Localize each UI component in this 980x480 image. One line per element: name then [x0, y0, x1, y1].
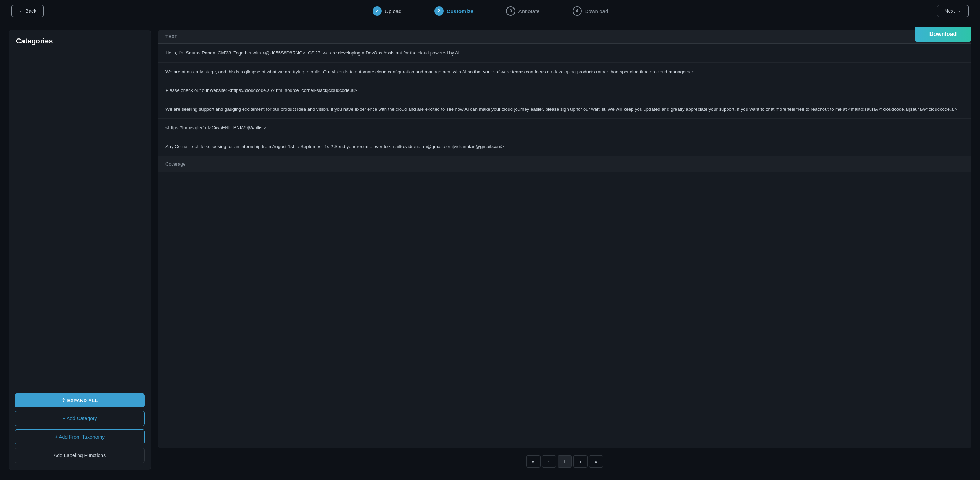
- categories-panel: Categories ⇕ EXPAND ALL + Add Category +…: [8, 30, 151, 470]
- table-row: We are seeking support and gauging excit…: [158, 100, 971, 119]
- download-button[interactable]: Download: [915, 27, 972, 41]
- step-download: 4 Download: [573, 6, 608, 16]
- table-header-text: TEXT: [158, 30, 971, 44]
- pagination-current-page[interactable]: 1: [558, 455, 572, 467]
- back-button[interactable]: ← Back: [11, 5, 44, 17]
- step-customize-label: Customize: [447, 8, 474, 14]
- pagination-next-button[interactable]: ›: [573, 455, 587, 467]
- step-divider-3: [546, 11, 567, 11]
- table-row: Please check out our website: <https://c…: [158, 81, 971, 100]
- add-category-button[interactable]: + Add Category: [14, 411, 145, 426]
- pagination-last-button[interactable]: »: [589, 455, 603, 467]
- pagination: « ‹ 1 › »: [158, 453, 972, 470]
- checkmark-icon: ✓: [375, 8, 379, 14]
- add-taxonomy-button[interactable]: + Add From Taxonomy: [14, 429, 145, 444]
- data-table: TEXT Hello, I'm Saurav Panda, CM'23. Tog…: [158, 30, 972, 448]
- table-row: Any Cornell tech folks looking for an in…: [158, 137, 971, 156]
- main-layout: Categories ⇕ EXPAND ALL + Add Category +…: [0, 22, 980, 477]
- step-annotate-label: Annotate: [518, 8, 539, 14]
- step-customize: 2 Customize: [434, 6, 474, 16]
- content-panel: Download TEXT Hello, I'm Saurav Panda, C…: [158, 30, 972, 470]
- step-download-circle: 4: [573, 6, 582, 16]
- coverage-label: Coverage: [158, 156, 971, 172]
- table-row: We are at an early stage, and this is a …: [158, 63, 971, 81]
- categories-title: Categories: [14, 37, 145, 45]
- step-divider-2: [479, 11, 500, 11]
- categories-spacer: [14, 51, 145, 394]
- table-row: <https://forms.gle/1dfZCiw5ENLTBNkV9|Wai…: [158, 119, 971, 137]
- step-upload-label: Upload: [385, 8, 402, 14]
- add-labeling-functions-button[interactable]: Add Labeling Functions: [14, 448, 145, 463]
- step-annotate: 3 Annotate: [506, 6, 539, 16]
- pagination-first-button[interactable]: «: [526, 455, 541, 467]
- top-navigation: ← Back ✓ Upload 2 Customize 3 Annotate: [0, 0, 980, 22]
- step-annotate-circle: 3: [506, 6, 515, 16]
- table-row: Hello, I'm Saurav Panda, CM'23. Together…: [158, 44, 971, 63]
- step-upload: ✓ Upload: [372, 6, 402, 16]
- expand-all-button[interactable]: ⇕ EXPAND ALL: [14, 394, 145, 407]
- step-indicator: ✓ Upload 2 Customize 3 Annotate 4 Dow: [372, 6, 608, 16]
- next-button[interactable]: Next →: [937, 5, 969, 17]
- step-upload-circle: ✓: [372, 6, 382, 16]
- step-customize-circle: 2: [434, 6, 444, 16]
- pagination-prev-button[interactable]: ‹: [542, 455, 556, 467]
- step-divider-1: [407, 11, 429, 11]
- step-download-label: Download: [585, 8, 608, 14]
